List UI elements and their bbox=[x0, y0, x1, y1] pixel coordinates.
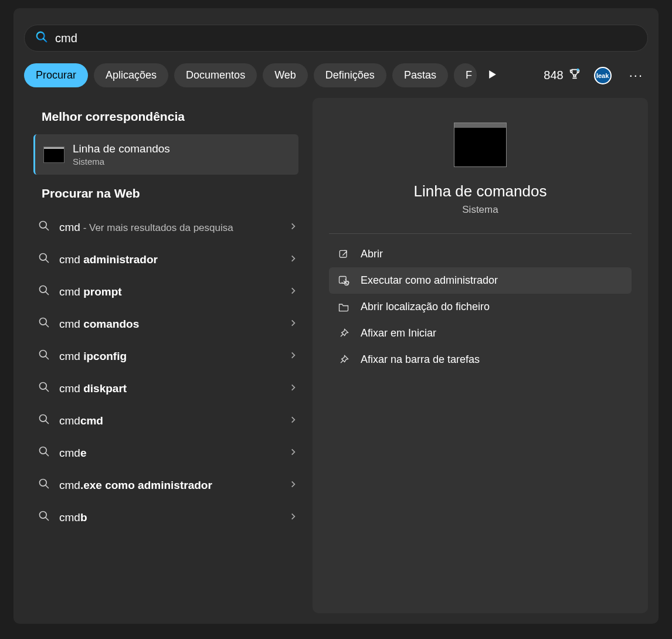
points-value: 848 bbox=[544, 69, 563, 82]
web-result-item[interactable]: cmd diskpart bbox=[33, 372, 308, 405]
details-right-pane: Linha de comandos Sistema AbrirExecutar … bbox=[313, 98, 648, 613]
chevron-right-icon bbox=[289, 254, 297, 265]
filter-pill-web[interactable]: Web bbox=[263, 63, 308, 87]
chevron-right-icon bbox=[289, 319, 297, 329]
action-label: Abrir localização do ficheiro bbox=[361, 301, 490, 313]
svg-line-12 bbox=[46, 356, 49, 359]
web-result-text: cmd comandos bbox=[59, 318, 139, 331]
best-match-title: Linha de comandos bbox=[73, 142, 170, 155]
divider bbox=[329, 233, 632, 234]
web-result-item[interactable]: cmd - Ver mais resultados da pesquisa bbox=[33, 211, 308, 243]
svg-line-4 bbox=[46, 227, 49, 230]
search-icon bbox=[38, 220, 50, 234]
filter-pill-procurar[interactable]: Procurar bbox=[24, 63, 88, 87]
chevron-right-icon bbox=[289, 351, 297, 362]
search-bar[interactable] bbox=[24, 25, 648, 52]
action-label: Executar como administrador bbox=[361, 274, 498, 287]
open-icon bbox=[337, 249, 350, 260]
svg-point-2 bbox=[576, 69, 579, 71]
action-pin[interactable]: Afixar na barra de tarefas bbox=[329, 346, 632, 373]
best-match-header: Melhor correspondência bbox=[42, 110, 308, 124]
web-result-text: cmd diskpart bbox=[59, 382, 127, 395]
svg-line-14 bbox=[46, 389, 49, 392]
pin-icon bbox=[337, 354, 350, 366]
filter-pill-definições[interactable]: Definições bbox=[314, 63, 386, 87]
web-result-text: cmd - Ver mais resultados da pesquisa bbox=[59, 221, 233, 234]
web-result-text: cmd.exe como administrador bbox=[59, 479, 212, 492]
web-result-text: cmde bbox=[59, 447, 86, 460]
profile-avatar[interactable]: leak bbox=[594, 67, 612, 84]
scroll-filters-icon[interactable] bbox=[483, 66, 503, 85]
search-icon bbox=[38, 252, 50, 267]
search-icon bbox=[38, 413, 50, 428]
web-result-text: cmd prompt bbox=[59, 285, 122, 298]
start-search-window: ProcurarAplicaçõesDocumentosWebDefiniçõe… bbox=[13, 8, 659, 624]
more-options-icon[interactable]: ··· bbox=[625, 68, 648, 83]
app-title: Linha de comandos bbox=[414, 182, 547, 200]
filter-pill-f[interactable]: F bbox=[454, 63, 477, 87]
svg-line-8 bbox=[46, 292, 49, 295]
search-input[interactable] bbox=[55, 32, 637, 45]
web-result-item[interactable]: cmd ipconfig bbox=[33, 340, 308, 372]
pin-icon bbox=[337, 328, 350, 339]
admin-icon bbox=[337, 275, 350, 287]
chevron-right-icon bbox=[289, 448, 297, 458]
web-result-item[interactable]: cmde bbox=[33, 437, 308, 469]
chevron-right-icon bbox=[289, 512, 297, 523]
svg-line-16 bbox=[46, 421, 49, 424]
chevron-right-icon bbox=[289, 287, 297, 297]
app-large-icon bbox=[454, 123, 507, 167]
web-result-item[interactable]: cmd comandos bbox=[33, 308, 308, 340]
filter-pill-pastas[interactable]: Pastas bbox=[392, 63, 448, 87]
best-match-subtitle: Sistema bbox=[73, 157, 170, 166]
search-icon bbox=[38, 349, 50, 363]
web-result-item[interactable]: cmd administrador bbox=[33, 243, 308, 276]
svg-line-22 bbox=[46, 518, 49, 521]
search-icon bbox=[38, 284, 50, 299]
search-icon bbox=[38, 510, 50, 525]
svg-line-18 bbox=[46, 453, 49, 456]
chevron-right-icon bbox=[289, 416, 297, 426]
svg-line-10 bbox=[46, 324, 49, 327]
action-folder[interactable]: Abrir localização do ficheiro bbox=[329, 294, 632, 320]
web-result-text: cmdb bbox=[59, 511, 87, 524]
trophy-icon bbox=[568, 67, 581, 83]
web-result-text: cmd administrador bbox=[59, 253, 158, 266]
web-result-item[interactable]: cmd.exe como administrador bbox=[33, 469, 308, 501]
chevron-right-icon bbox=[289, 222, 297, 233]
rewards-points[interactable]: 848 bbox=[544, 67, 581, 83]
action-label: Afixar na barra de tarefas bbox=[361, 354, 480, 366]
action-admin[interactable]: Executar como administrador bbox=[329, 267, 632, 294]
action-open[interactable]: Abrir bbox=[329, 241, 632, 267]
web-result-item[interactable]: cmdb bbox=[33, 501, 308, 533]
results-left-pane: Melhor correspondência Linha de comandos… bbox=[13, 98, 313, 624]
filter-pill-aplicações[interactable]: Aplicações bbox=[94, 63, 168, 87]
web-result-item[interactable]: cmd prompt bbox=[33, 276, 308, 308]
search-icon bbox=[38, 317, 50, 331]
cmd-thumb-icon bbox=[43, 147, 65, 163]
search-icon bbox=[38, 478, 50, 492]
action-label: Afixar em Iniciar bbox=[361, 327, 436, 339]
action-label: Abrir bbox=[361, 248, 383, 260]
web-result-item[interactable]: cmdcmd bbox=[33, 405, 308, 437]
best-match-item[interactable]: Linha de comandos Sistema bbox=[33, 134, 298, 175]
chevron-right-icon bbox=[289, 383, 297, 394]
filter-pill-documentos[interactable]: Documentos bbox=[174, 63, 257, 87]
svg-line-1 bbox=[43, 39, 47, 42]
folder-icon bbox=[337, 301, 350, 313]
svg-line-6 bbox=[46, 260, 49, 263]
web-results-header: Procurar na Web bbox=[42, 186, 308, 200]
svg-rect-23 bbox=[340, 250, 347, 257]
svg-line-20 bbox=[46, 485, 49, 488]
app-subtitle: Sistema bbox=[462, 204, 498, 216]
web-result-text: cmdcmd bbox=[59, 414, 103, 427]
search-icon bbox=[38, 446, 50, 460]
chevron-right-icon bbox=[289, 480, 297, 491]
search-icon bbox=[38, 381, 50, 396]
filter-row: ProcurarAplicaçõesDocumentosWebDefiniçõe… bbox=[24, 63, 648, 87]
action-pin[interactable]: Afixar em Iniciar bbox=[329, 320, 632, 346]
web-result-text: cmd ipconfig bbox=[59, 350, 127, 363]
search-icon bbox=[35, 30, 55, 46]
